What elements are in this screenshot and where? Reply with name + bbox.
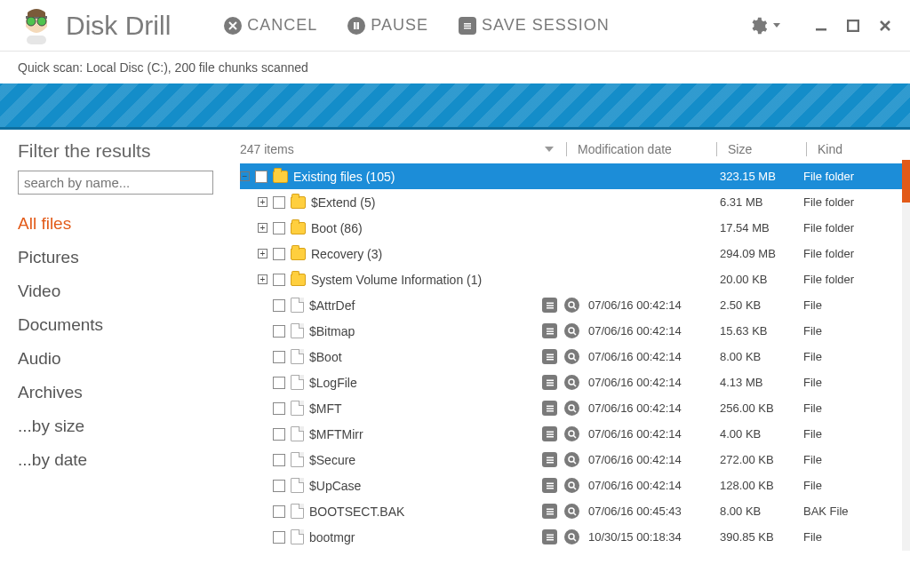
svg-rect-47	[547, 534, 554, 536]
app-logo-icon	[16, 5, 57, 46]
row-checkbox[interactable]	[273, 299, 285, 312]
table-row[interactable]: $Secure07/06/16 00:42:14272.00 KBFile	[240, 447, 910, 473]
settings-button[interactable]	[748, 16, 768, 36]
row-kind: File folder	[803, 170, 892, 183]
row-checkbox[interactable]	[255, 171, 267, 183]
expand-toggle[interactable]: +	[258, 223, 267, 233]
table-row[interactable]: $Bitmap07/06/16 00:42:1415.63 KBFile	[240, 318, 910, 344]
status-line: Quick scan: Local Disc (C:), 200 file ch…	[0, 52, 910, 83]
filter-item[interactable]: Documents	[18, 308, 231, 342]
filter-item[interactable]: ...by size	[18, 409, 231, 443]
row-kind: File folder	[803, 247, 892, 260]
expand-toggle[interactable]: −	[240, 171, 250, 181]
list-detail-icon[interactable]	[542, 298, 557, 313]
scrollbar-thumb[interactable]	[902, 160, 910, 203]
row-modification-date: 07/06/16 00:42:14	[579, 453, 720, 466]
maximize-button[interactable]	[842, 15, 864, 36]
filter-item[interactable]: All files	[18, 207, 231, 241]
preview-icon[interactable]	[564, 478, 579, 493]
search-input[interactable]	[18, 171, 213, 195]
scrollbar[interactable]	[902, 160, 910, 551]
row-checkbox[interactable]	[273, 377, 285, 389]
close-button[interactable]	[874, 15, 896, 36]
row-kind: File	[803, 479, 892, 492]
preview-icon[interactable]	[564, 452, 579, 467]
table-row[interactable]: BOOTSECT.BAK07/06/16 00:45:438.00 KBBAK …	[240, 498, 910, 524]
row-checkbox[interactable]	[273, 531, 285, 544]
sort-indicator-icon[interactable]	[545, 147, 554, 152]
expand-toggle[interactable]: +	[258, 197, 267, 207]
minimize-button[interactable]	[810, 15, 832, 36]
preview-icon[interactable]	[564, 298, 579, 313]
preview-icon[interactable]	[564, 529, 579, 544]
list-detail-icon[interactable]	[542, 349, 557, 364]
svg-rect-31	[547, 431, 554, 433]
preview-icon[interactable]	[564, 323, 579, 338]
table-row[interactable]: $MFTMirr07/06/16 00:42:144.00 KBFile	[240, 421, 910, 447]
list-detail-icon[interactable]	[542, 478, 557, 493]
table-row[interactable]: $Boot07/06/16 00:42:148.00 KBFile	[240, 344, 910, 369]
svg-rect-32	[547, 433, 554, 435]
row-checkbox[interactable]	[273, 454, 285, 466]
filter-item[interactable]: Pictures	[18, 241, 231, 274]
expand-toggle[interactable]: +	[258, 274, 267, 284]
table-row[interactable]: −Existing files (105)323.15 MBFile folde…	[240, 163, 910, 189]
row-checkbox[interactable]	[273, 222, 285, 234]
column-items[interactable]: 247 items	[240, 142, 294, 156]
table-row[interactable]: +$Extend (5)6.31 MBFile folder	[240, 189, 910, 215]
list-detail-icon[interactable]	[542, 375, 557, 390]
column-kind[interactable]: Kind	[810, 142, 910, 156]
filter-item[interactable]: Video	[18, 274, 231, 308]
row-checkbox[interactable]	[273, 480, 285, 492]
svg-rect-5	[357, 22, 360, 29]
svg-rect-28	[547, 408, 554, 409]
preview-icon[interactable]	[564, 375, 579, 390]
svg-rect-9	[816, 28, 826, 31]
svg-point-2	[37, 17, 46, 26]
column-size[interactable]: Size	[721, 142, 802, 156]
row-checkbox[interactable]	[273, 351, 285, 363]
table-row[interactable]: $AttrDef07/06/16 00:42:142.50 KBFile	[240, 292, 910, 318]
row-checkbox[interactable]	[273, 274, 285, 286]
svg-rect-24	[547, 382, 554, 384]
table-row[interactable]: $LogFile07/06/16 00:42:144.13 MBFile	[240, 369, 910, 395]
row-checkbox[interactable]	[273, 428, 285, 441]
file-icon	[291, 478, 304, 493]
svg-rect-49	[547, 539, 554, 541]
svg-rect-37	[547, 462, 554, 464]
row-checkbox[interactable]	[273, 196, 285, 209]
list-detail-icon[interactable]	[542, 452, 557, 467]
preview-icon[interactable]	[564, 426, 579, 441]
cancel-button[interactable]: CANCEL	[224, 16, 317, 35]
preview-icon[interactable]	[564, 349, 579, 364]
filter-item[interactable]: ...by date	[18, 443, 231, 477]
svg-rect-27	[547, 405, 554, 407]
table-row[interactable]: $MFT07/06/16 00:42:14256.00 KBFile	[240, 395, 910, 421]
preview-icon[interactable]	[564, 401, 579, 416]
column-mod[interactable]: Modification date	[571, 142, 713, 156]
row-name: $MFTMirr	[309, 427, 363, 441]
svg-rect-29	[547, 410, 554, 412]
list-detail-icon[interactable]	[542, 401, 557, 416]
save-session-button[interactable]: SAVE SESSION	[459, 16, 610, 35]
list-detail-icon[interactable]	[542, 323, 557, 338]
filter-item[interactable]: Audio	[18, 342, 231, 376]
table-row[interactable]: +Recovery (3)294.09 MBFile folder	[240, 241, 910, 266]
row-checkbox[interactable]	[273, 248, 285, 260]
table-row[interactable]: $UpCase07/06/16 00:42:14128.00 KBFile	[240, 473, 910, 498]
preview-icon[interactable]	[564, 504, 579, 519]
list-detail-icon[interactable]	[542, 426, 557, 441]
table-row[interactable]: +Boot (86)17.54 MBFile folder	[240, 215, 910, 241]
table-row[interactable]: bootmgr10/30/15 00:18:34390.85 KBFile	[240, 524, 910, 550]
row-checkbox[interactable]	[273, 325, 285, 338]
list-detail-icon[interactable]	[542, 504, 557, 519]
pause-button[interactable]: PAUSE	[347, 16, 428, 35]
table-row[interactable]: +System Volume Information (1)20.00 KBFi…	[240, 266, 910, 292]
row-checkbox[interactable]	[273, 402, 285, 415]
expand-toggle[interactable]: +	[258, 249, 267, 258]
filter-item[interactable]: Archives	[18, 376, 231, 409]
row-checkbox[interactable]	[273, 505, 285, 518]
row-kind: File	[803, 530, 892, 544]
settings-dropdown-icon[interactable]	[773, 23, 780, 28]
list-detail-icon[interactable]	[542, 529, 557, 544]
